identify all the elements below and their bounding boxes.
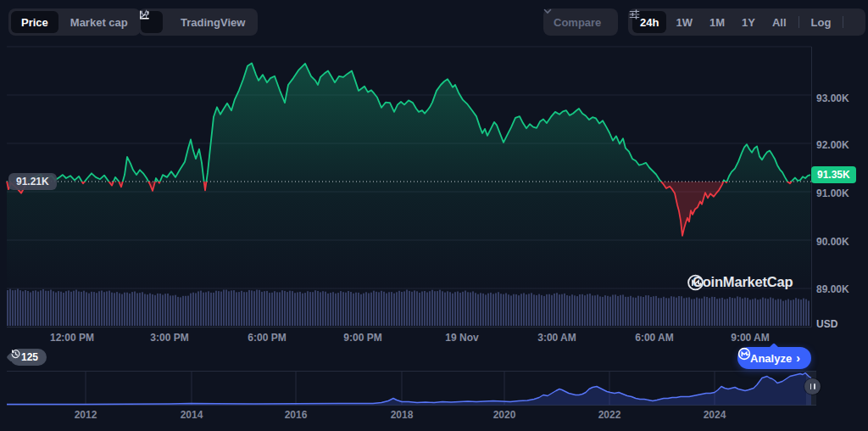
volume-bar xyxy=(462,292,464,326)
market-cap-tab[interactable]: Market cap xyxy=(60,11,138,33)
volume-bar xyxy=(457,292,459,327)
volume-bar xyxy=(136,294,138,327)
volume-bar xyxy=(297,293,298,327)
volume-bar xyxy=(213,293,214,326)
compare-button[interactable]: Compare xyxy=(543,8,618,36)
volume-bar xyxy=(81,292,82,326)
range-1w-button[interactable]: 1W xyxy=(668,11,700,33)
volume-bar xyxy=(772,299,774,327)
price-tab[interactable]: Price xyxy=(11,11,58,33)
range-all-button[interactable]: All xyxy=(765,11,794,33)
volume-bar xyxy=(518,295,520,326)
volume-bar xyxy=(409,291,410,326)
volume-bar xyxy=(546,294,548,326)
volume-bar xyxy=(627,297,629,326)
watermark-text: CoinMarketCap xyxy=(693,274,793,290)
volume-bar xyxy=(584,295,586,326)
volume-bar xyxy=(17,288,19,326)
volume-bar xyxy=(246,292,248,326)
volume-bar xyxy=(498,292,499,326)
volume-bar xyxy=(281,290,283,326)
navigator-range-handle[interactable] xyxy=(804,378,821,395)
volume-bar xyxy=(691,299,693,327)
current-price-badge: 91.35K xyxy=(811,166,856,183)
volume-bar xyxy=(737,296,738,326)
log-scale-button[interactable]: Log xyxy=(804,11,839,33)
volume-bar xyxy=(50,290,52,327)
volume-bar xyxy=(793,299,794,326)
volume-bar xyxy=(205,292,207,326)
volume-bar xyxy=(149,294,151,326)
analyze-button[interactable]: Analyze › xyxy=(737,347,811,369)
volume-bar xyxy=(447,291,448,326)
volume-bar xyxy=(238,292,240,326)
history-count-badge[interactable]: 125 xyxy=(10,349,47,366)
volume-bar xyxy=(108,291,110,326)
tradingview-chart-button[interactable]: TradingView xyxy=(164,11,255,33)
analyze-label: Analyze xyxy=(750,352,792,365)
navigator-year-label: 2016 xyxy=(285,409,308,421)
chart-canvas[interactable] xyxy=(0,0,868,431)
volume-bar xyxy=(223,290,225,327)
volume-bar xyxy=(439,290,441,326)
volume-bar xyxy=(180,297,181,326)
x-axis-label: 3:00 AM xyxy=(537,332,576,344)
volume-bar xyxy=(121,294,123,326)
volume-bar xyxy=(114,293,115,326)
volume-bar xyxy=(459,293,461,326)
volume-bar xyxy=(279,292,281,326)
volume-bar xyxy=(355,293,357,326)
volume-bar xyxy=(287,292,288,326)
volume-bar xyxy=(116,292,118,326)
volume-bar xyxy=(513,294,515,326)
volume-bar xyxy=(14,290,16,326)
volume-bar xyxy=(431,290,433,326)
volume-bar xyxy=(660,298,662,326)
volume-bar xyxy=(480,293,481,326)
volume-bar xyxy=(711,297,713,326)
volume-bar xyxy=(465,291,466,327)
volume-bar xyxy=(162,295,164,327)
volume-bar xyxy=(668,298,670,326)
navigator-year-label: 2024 xyxy=(704,409,726,421)
volume-bar xyxy=(434,291,436,326)
volume-bar xyxy=(754,299,756,326)
volume-bar xyxy=(421,292,423,327)
volume-bar xyxy=(304,293,306,326)
volume-bar xyxy=(40,290,42,326)
volume-bar xyxy=(124,293,125,326)
volume-bar xyxy=(571,294,573,326)
volume-bar xyxy=(655,296,657,326)
volume-bar xyxy=(721,298,723,326)
navigator-year-label: 2022 xyxy=(598,409,621,421)
volume-bar xyxy=(167,294,169,326)
volume-bar xyxy=(314,290,316,326)
volume-bar xyxy=(681,296,682,326)
volume-bar xyxy=(693,299,695,326)
range-1y-button[interactable]: 1Y xyxy=(734,11,763,33)
volume-bar xyxy=(83,291,85,326)
compare-label: Compare xyxy=(554,16,601,29)
volume-bar xyxy=(147,294,148,326)
volume-bar xyxy=(658,298,659,326)
chart-settings-button[interactable] xyxy=(848,11,861,33)
volume-bar xyxy=(73,291,75,326)
chart-type-toggle-group: TradingView xyxy=(138,8,258,36)
volume-bar xyxy=(312,292,314,326)
volume-bar xyxy=(541,295,542,326)
volume-bar xyxy=(203,293,204,326)
volume-bar xyxy=(134,292,136,327)
volume-bar xyxy=(785,300,787,326)
volume-bar xyxy=(159,294,161,326)
volume-bar xyxy=(393,294,395,326)
volume-bar xyxy=(91,292,92,326)
volume-bar xyxy=(332,292,334,326)
navigator-year-label: 2014 xyxy=(181,409,203,421)
volume-bar xyxy=(198,291,199,326)
volume-bar xyxy=(373,291,375,326)
volume-bar xyxy=(487,294,489,326)
volume-bar xyxy=(271,293,273,326)
volume-bar xyxy=(581,294,583,326)
volume-bar xyxy=(243,292,245,326)
range-1m-button[interactable]: 1M xyxy=(702,11,732,33)
